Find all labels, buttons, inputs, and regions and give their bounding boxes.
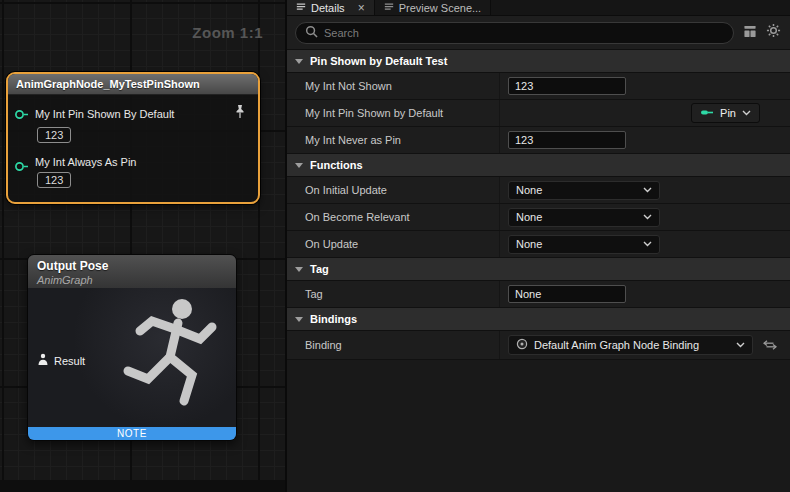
search-icon (305, 24, 318, 42)
chevron-down-icon (295, 59, 303, 64)
output-node-subtitle: AnimGraph (37, 274, 227, 286)
chevron-down-icon (742, 110, 751, 116)
property-row: My Int Pin Shown by Default Pin (287, 100, 790, 127)
details-tab-icon (296, 2, 306, 14)
tag-input[interactable]: None (508, 285, 626, 303)
chevron-down-icon (736, 342, 745, 348)
anim-graph-node[interactable]: AnimGraphNode_MyTestPinShown My Int Pin … (6, 72, 260, 204)
bind-arrows-icon[interactable] (763, 340, 777, 350)
result-pin[interactable]: Result (37, 352, 85, 370)
graph-canvas[interactable]: Zoom 1:1 AnimGraphNode_MyTestPinShown My… (0, 0, 285, 492)
chevron-down-icon (295, 267, 303, 272)
binding-dropdown[interactable]: Default Anim Graph Node Binding (508, 335, 753, 355)
section-header-functions[interactable]: Functions (287, 154, 790, 177)
property-row: On Become Relevant None (287, 204, 790, 231)
pose-pin-icon (37, 352, 49, 370)
zoom-level: Zoom 1:1 (192, 24, 263, 41)
output-node-title: Output Pose (37, 259, 227, 273)
property-label: Tag (287, 281, 499, 307)
pin-visibility-dropdown[interactable]: Pin (691, 103, 760, 123)
chevron-down-icon (295, 163, 303, 168)
on-become-relevant-dropdown[interactable]: None (508, 208, 660, 227)
output-node-header: Output Pose AnimGraph (28, 255, 236, 288)
int-pin-icon[interactable] (14, 158, 30, 176)
pin-icon (700, 107, 714, 119)
display-filter-icon[interactable] (743, 24, 757, 42)
chevron-down-icon (643, 187, 652, 193)
close-icon[interactable]: × (358, 2, 365, 14)
section-header-pin-shown-by-default-test[interactable]: Pin Shown by Default Test (287, 50, 790, 73)
property-row: Tag None (287, 281, 790, 308)
tab-label: Preview Scene... (399, 2, 482, 14)
my-int-not-shown-input[interactable]: 123 (508, 77, 626, 95)
tab-label: Details (311, 2, 345, 14)
property-label: On Become Relevant (287, 204, 499, 230)
property-label: My Int Not Shown (287, 73, 499, 99)
pin-value-input[interactable]: 123 (37, 127, 71, 143)
preview-tab-icon (384, 2, 394, 14)
pin-label: My Int Always As Pin (35, 156, 136, 168)
property-row: My Int Not Shown 123 (287, 73, 790, 100)
section-header-bindings[interactable]: Bindings (287, 308, 790, 331)
mannequin-image (120, 295, 230, 427)
section-header-tag[interactable]: Tag (287, 258, 790, 281)
note-badge: NOTE (28, 427, 236, 440)
pushpin-icon[interactable] (234, 104, 246, 123)
pin-label: My Int Pin Shown By Default (35, 108, 174, 120)
graph-bottom-strip (0, 480, 285, 492)
node-body: My Int Pin Shown By Default 123 (8, 95, 258, 202)
pin-value-input[interactable]: 123 (37, 172, 71, 188)
my-int-never-as-pin-input[interactable]: 123 (508, 131, 626, 149)
unreal-editor-window: Zoom 1:1 AnimGraphNode_MyTestPinShown My… (0, 0, 790, 492)
output-pose-node[interactable]: Output Pose AnimGraph (27, 254, 237, 441)
property-row: Binding Default Anim Graph Node Binding (287, 331, 790, 360)
chevron-down-icon (643, 214, 652, 220)
chevron-down-icon (643, 241, 652, 247)
binding-class-icon (516, 338, 528, 352)
details-toolbar (287, 16, 790, 50)
tab-preview-scene[interactable]: Preview Scene... (375, 0, 492, 15)
search-box[interactable] (295, 22, 734, 44)
node-title[interactable]: AnimGraphNode_MyTestPinShown (8, 74, 258, 95)
property-row: On Update None (287, 231, 790, 258)
on-initial-update-dropdown[interactable]: None (508, 181, 660, 200)
property-row: On Initial Update None (287, 177, 790, 204)
details-panel: Details × Preview Scene... (285, 0, 790, 492)
property-list: Pin Shown by Default Test My Int Not Sho… (287, 50, 790, 492)
property-label: Binding (287, 331, 499, 359)
gear-icon[interactable] (766, 23, 781, 42)
property-label: On Update (287, 231, 499, 257)
property-label: My Int Pin Shown by Default (287, 100, 499, 126)
result-pin-label: Result (54, 355, 85, 367)
property-row: My Int Never as Pin 123 (287, 127, 790, 154)
int-pin-icon[interactable] (14, 106, 30, 124)
tab-details[interactable]: Details × (287, 0, 375, 15)
property-label: On Initial Update (287, 177, 499, 203)
tab-bar: Details × Preview Scene... (287, 0, 790, 16)
property-label: My Int Never as Pin (287, 127, 499, 153)
chevron-down-icon (295, 317, 303, 322)
search-input[interactable] (324, 27, 724, 39)
pin-row: My Int Pin Shown By Default 123 (12, 104, 250, 143)
pin-row: My Int Always As Pin 123 (12, 156, 250, 188)
on-update-dropdown[interactable]: None (508, 235, 660, 254)
